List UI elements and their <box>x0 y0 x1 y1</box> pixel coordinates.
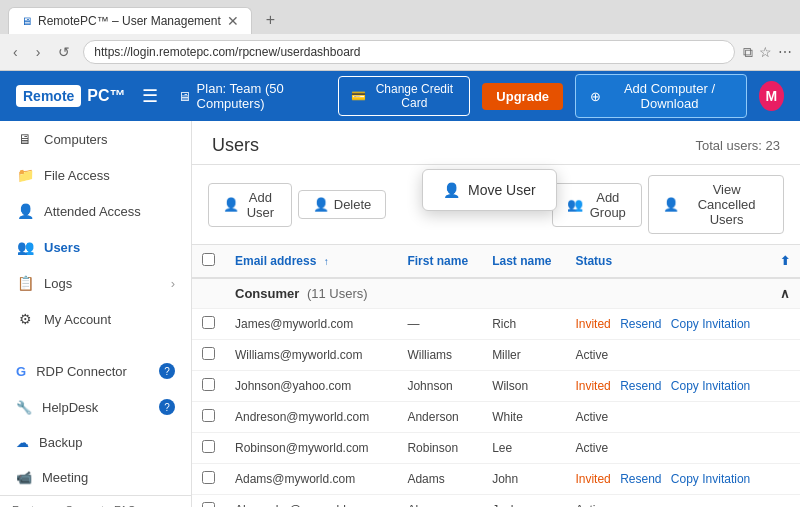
move-user-popup-label[interactable]: Move User <box>468 182 536 198</box>
page-title: Users <box>212 135 259 156</box>
hamburger-button[interactable]: ☰ <box>142 85 158 107</box>
row-checkbox[interactable] <box>202 502 215 507</box>
file-access-icon: 📁 <box>16 167 34 183</box>
row-checkbox-cell <box>192 433 225 464</box>
table-row: Andreson@myworld.com Anderson White Acti… <box>192 402 800 433</box>
email-cell: James@myworld.com <box>225 309 397 340</box>
add-computer-icon: ⊕ <box>590 89 601 104</box>
copy-invitation-link[interactable]: Copy Invitation <box>671 379 750 393</box>
lastname-cell: Rich <box>482 309 565 340</box>
collapse-icon: ∧ <box>780 286 790 301</box>
user-avatar[interactable]: M <box>759 81 784 111</box>
email-cell: Andreson@myworld.com <box>225 402 397 433</box>
back-button[interactable]: ‹ <box>8 41 23 63</box>
group-count: (11 Users) <box>307 286 368 301</box>
move-user-popup-icon: 👤 <box>443 182 460 198</box>
lastname-cell: White <box>482 402 565 433</box>
rdp-help-badge[interactable]: ? <box>159 363 175 379</box>
helpdesk-icon: 🔧 <box>16 400 32 415</box>
new-tab-button[interactable]: + <box>256 6 285 34</box>
action-col <box>770 371 800 402</box>
view-cancelled-icon: 👤 <box>663 197 679 212</box>
resend-link[interactable]: Resend <box>620 379 661 393</box>
helpdesk-help-badge[interactable]: ? <box>159 399 175 415</box>
row-checkbox-cell <box>192 340 225 371</box>
status-badge: Active <box>575 348 608 362</box>
sidebar-item-helpdesk[interactable]: 🔧 HelpDesk ? <box>0 389 191 425</box>
action-col <box>770 433 800 464</box>
row-checkbox[interactable] <box>202 347 215 360</box>
move-user-popup: 👤 Move User <box>422 169 557 211</box>
email-col-header[interactable]: Email address ↑ <box>225 245 397 278</box>
tab-close-button[interactable]: ✕ <box>227 13 239 29</box>
copy-invitation-link[interactable]: Copy Invitation <box>671 317 750 331</box>
refresh-button[interactable]: ↺ <box>53 41 75 63</box>
status-cell: Active <box>565 495 770 508</box>
sidebar-item-label-file-access: File Access <box>44 168 110 183</box>
view-cancelled-label: View Cancelled Users <box>684 182 769 227</box>
content-header: Users Total users: 23 <box>192 121 800 165</box>
forward-button[interactable]: › <box>31 41 46 63</box>
add-group-button[interactable]: 👥 Add Group <box>552 183 642 227</box>
row-checkbox[interactable] <box>202 316 215 329</box>
firstname-col-header: First name <box>397 245 482 278</box>
browser-icons: ⧉ ☆ ⋯ <box>743 44 792 61</box>
action-col <box>770 402 800 433</box>
firstname-cell: — <box>397 309 482 340</box>
delete-button[interactable]: 👤 Delete <box>298 190 387 219</box>
sidebar-item-rdp-connector[interactable]: G RDP Connector ? <box>0 353 191 389</box>
group-checkbox-cell <box>192 278 225 309</box>
sidebar-item-label-computers: Computers <box>44 132 108 147</box>
change-credit-card-button[interactable]: 💳 Change Credit Card <box>338 76 470 116</box>
action-col <box>770 309 800 340</box>
sidebar-item-my-account[interactable]: ⚙ My Account <box>0 301 191 337</box>
firstname-cell: Anderson <box>397 402 482 433</box>
status-col-header: Status <box>565 245 770 278</box>
upgrade-button[interactable]: Upgrade <box>482 83 563 110</box>
row-checkbox[interactable] <box>202 409 215 422</box>
sidebar-item-backup[interactable]: ☁ Backup <box>0 425 191 460</box>
sidebar-item-label-users: Users <box>44 240 80 255</box>
sidebar-item-file-access[interactable]: 📁 File Access <box>0 157 191 193</box>
status-badge: Active <box>575 503 608 507</box>
sidebar: 🖥 Computers 📁 File Access 👤 Attended Acc… <box>0 121 192 507</box>
table-row: Robinson@myworld.com Robinson Lee Active <box>192 433 800 464</box>
table-row: Adams@myworld.com Adams John Invited Res… <box>192 464 800 495</box>
add-user-button[interactable]: 👤 Add User <box>208 183 292 227</box>
attended-access-icon: 👤 <box>16 203 34 219</box>
add-group-icon: 👥 <box>567 197 583 212</box>
resend-link[interactable]: Resend <box>620 472 661 486</box>
resend-link[interactable]: Resend <box>620 317 661 331</box>
browser-chrome: 🖥 RemotePC™ – User Management ✕ + ‹ › ↺ … <box>0 0 800 71</box>
active-tab[interactable]: 🖥 RemotePC™ – User Management ✕ <box>8 7 252 34</box>
table-row: Williams@myworld.com Williams Miller Act… <box>192 340 800 371</box>
sidebar-item-attended-access[interactable]: 👤 Attended Access <box>0 193 191 229</box>
status-badge: Active <box>575 410 608 424</box>
email-cell: Alexander@myworld.com <box>225 495 397 508</box>
extensions-icon: ⧉ <box>743 44 753 61</box>
email-cell: Robinson@myworld.com <box>225 433 397 464</box>
sidebar-label-backup: Backup <box>39 435 82 450</box>
sidebar-item-users[interactable]: 👥 Users <box>0 229 191 265</box>
row-checkbox[interactable] <box>202 440 215 453</box>
row-checkbox[interactable] <box>202 471 215 484</box>
copy-invitation-link[interactable]: Copy Invitation <box>671 472 750 486</box>
add-computer-label: Add Computer / Download <box>607 81 732 111</box>
add-user-label: Add User <box>244 190 277 220</box>
select-all-col <box>192 245 225 278</box>
row-checkbox-cell <box>192 495 225 508</box>
sort-icon: ↑ <box>324 256 329 267</box>
sidebar-item-label-my-account: My Account <box>44 312 111 327</box>
email-cell: Johnson@yahoo.com <box>225 371 397 402</box>
add-computer-button[interactable]: ⊕ Add Computer / Download <box>575 74 747 118</box>
sidebar-item-logs[interactable]: 📋 Logs › <box>0 265 191 301</box>
address-input[interactable] <box>83 40 735 64</box>
sidebar-item-computers[interactable]: 🖥 Computers <box>0 121 191 157</box>
sidebar-item-meeting[interactable]: 📹 Meeting <box>0 460 191 495</box>
group-collapse-col[interactable]: ∧ <box>770 278 800 309</box>
view-cancelled-button[interactable]: 👤 View Cancelled Users <box>648 175 784 234</box>
email-col-label: Email address <box>235 254 316 268</box>
address-bar: ‹ › ↺ ⧉ ☆ ⋯ <box>0 34 800 70</box>
row-checkbox[interactable] <box>202 378 215 391</box>
select-all-checkbox[interactable] <box>202 253 215 266</box>
